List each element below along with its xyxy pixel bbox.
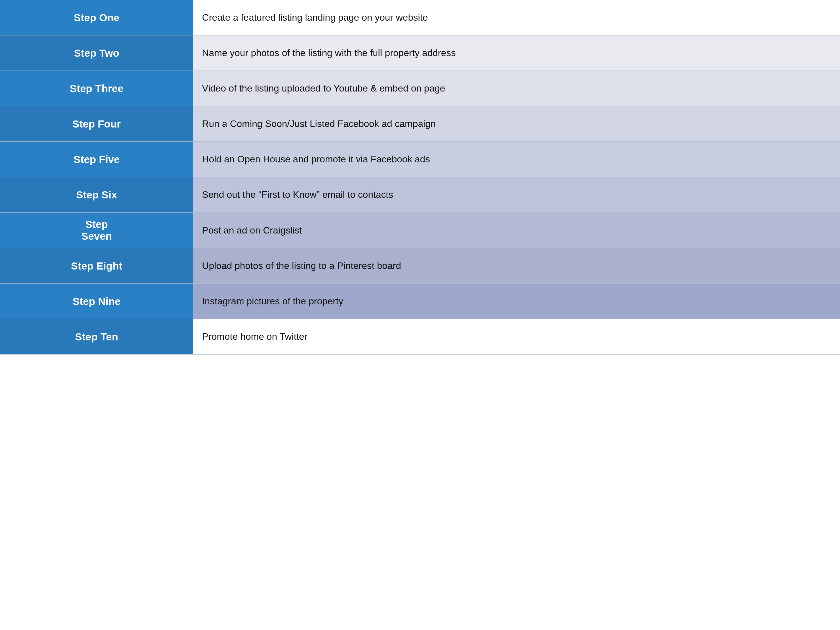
step-content-2: Name your photos of the listing with the… bbox=[193, 35, 840, 71]
step-content-1: Create a featured listing landing page o… bbox=[193, 0, 840, 35]
step-content-7: Post an ad on Craigslist bbox=[193, 213, 840, 248]
step-content-9: Instagram pictures of the property bbox=[193, 284, 840, 319]
table-row: Step One Create a featured listing landi… bbox=[0, 0, 840, 35]
table-row: Step Four Run a Coming Soon/Just Listed … bbox=[0, 106, 840, 142]
steps-table: Step One Create a featured listing landi… bbox=[0, 0, 840, 355]
step-content-10: Promote home on Twitter bbox=[193, 319, 840, 354]
step-label-1: Step One bbox=[0, 0, 193, 35]
step-label-4: Step Four bbox=[0, 106, 193, 141]
table-row: Step Two Name your photos of the listing… bbox=[0, 35, 840, 71]
table-row: Step Nine Instagram pictures of the prop… bbox=[0, 284, 840, 319]
step-content-3: Video of the listing uploaded to Youtube… bbox=[193, 71, 840, 106]
table-row: Step Five Hold an Open House and promote… bbox=[0, 142, 840, 177]
step-label-2: Step Two bbox=[0, 35, 193, 71]
step-label-9: Step Nine bbox=[0, 284, 193, 319]
table-row: Step Seven Post an ad on Craigslist bbox=[0, 213, 840, 248]
table-row: Step Three Video of the listing uploaded… bbox=[0, 71, 840, 106]
step-label-6: Step Six bbox=[0, 177, 193, 212]
table-row: Step Ten Promote home on Twitter bbox=[0, 319, 840, 355]
step-label-7: Step Seven bbox=[0, 213, 193, 248]
step-content-8: Upload photos of the listing to a Pinter… bbox=[193, 248, 840, 283]
table-row: Step Six Send out the “First to Know” em… bbox=[0, 177, 840, 213]
step-label-5: Step Five bbox=[0, 142, 193, 177]
step-content-4: Run a Coming Soon/Just Listed Facebook a… bbox=[193, 106, 840, 141]
step-content-6: Send out the “First to Know” email to co… bbox=[193, 177, 840, 212]
step-label-10: Step Ten bbox=[0, 319, 193, 354]
table-row: Step Eight Upload photos of the listing … bbox=[0, 248, 840, 284]
step-label-8: Step Eight bbox=[0, 248, 193, 283]
step-seven-label: Step Seven bbox=[81, 218, 112, 242]
step-label-3: Step Three bbox=[0, 71, 193, 106]
step-content-5: Hold an Open House and promote it via Fa… bbox=[193, 142, 840, 177]
